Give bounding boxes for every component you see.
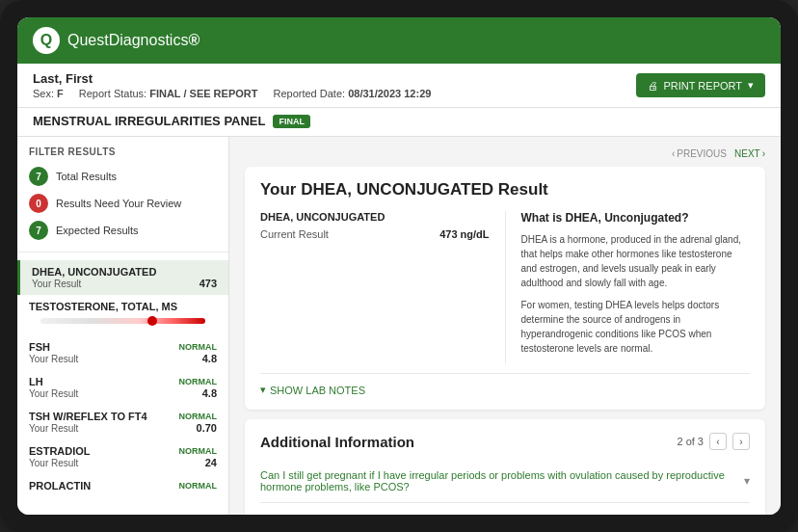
filter-total[interactable]: 7 Total Results [17, 163, 228, 190]
app-header: Q QuestDiagnostics® [17, 17, 781, 64]
lh-sub: Your Result 4.8 [29, 387, 217, 399]
patient-sex: Sex: F [33, 88, 64, 99]
current-result-value: 473 ng/dL [439, 228, 489, 240]
print-report-button[interactable]: 🖨 PRINT REPORT ▾ [636, 73, 766, 97]
expected-badge: 7 [29, 221, 48, 240]
filter-review[interactable]: 0 Results Need Your Review [17, 190, 228, 217]
testo-range-bar [40, 318, 205, 324]
dhea-sub: Your Result 473 [32, 278, 217, 289]
screen: Q QuestDiagnostics® Last, First Sex: F R… [17, 17, 781, 515]
filter-review-label: Results Need Your Review [56, 198, 181, 209]
page-next-button[interactable]: › [732, 433, 750, 450]
review-badge: 0 [29, 194, 48, 213]
estradiol-header: ESTRADIOL NORMAL [29, 445, 217, 457]
main-content: FILTER RESULTS 7 Total Results 0 Results… [17, 137, 781, 515]
result-title: Your DHEA, UNCONJUGATED Result [260, 180, 750, 200]
faq-item-2[interactable]: What is PCOS and can it be cured? ▾ [260, 503, 750, 515]
faq-chevron-2-icon: ▾ [744, 513, 750, 515]
lh-header: LH NORMAL [29, 376, 217, 387]
sidebar-item-fsh[interactable]: FSH NORMAL Your Result 4.8 [17, 335, 228, 370]
nav-row: ‹ PREVIOUS NEXT › [245, 148, 765, 159]
panel-title-bar: MENSTRUAL IRREGULARITIES PANEL FINAL [17, 108, 781, 137]
chevron-down-icon: ▾ [260, 384, 266, 396]
panel-title: MENSTRUAL IRREGULARITIES PANEL [33, 114, 265, 128]
sidebar-item-tsh[interactable]: TSH W/REFLEX TO FT4 NORMAL Your Result 0… [17, 405, 228, 439]
current-result-label: Current Result [260, 228, 329, 240]
chevron-left-icon: ‹ [672, 148, 675, 159]
estradiol-sub: Your Result 24 [29, 457, 217, 468]
prolactin-header: PROLACTIN NORMAL [29, 480, 217, 492]
sidebar-item-dhea[interactable]: DHEA, UNCONJUGATED Your Result 473 [17, 260, 228, 295]
testo-name: TESTOSTERONE, TOTAL, MS [29, 301, 217, 312]
filter-expected[interactable]: 7 Expected Results [17, 217, 228, 244]
result-test-name: DHEA, UNCONJUGATED [260, 211, 490, 223]
sidebar-item-lh[interactable]: LH NORMAL Your Result 4.8 [17, 370, 228, 405]
fsh-sub: Your Result 4.8 [29, 353, 217, 364]
printer-icon: 🖨 [648, 80, 658, 92]
right-panel: ‹ PREVIOUS NEXT › Your DHEA, UNCONJUGATE… [229, 137, 781, 515]
logo-circle: Q [33, 27, 60, 54]
logo-area: Q QuestDiagnostics® [33, 27, 200, 54]
result-data-row: Current Result 473 ng/dL [260, 228, 490, 240]
sidebar-item-estradiol[interactable]: ESTRADIOL NORMAL Your Result 24 [17, 439, 228, 474]
pagination: 2 of 3 ‹ › [677, 433, 750, 450]
what-is-text-2: For women, testing DHEA levels helps doc… [521, 298, 751, 356]
faq-question-1: Can I still get pregnant if I have irreg… [260, 469, 744, 492]
report-status: Report Status: FINAL / SEE REPORT [79, 88, 258, 99]
filter-expected-label: Expected Results [56, 225, 139, 236]
additional-header: Additional Information 2 of 3 ‹ › [260, 433, 750, 450]
chevron-down-icon: ▾ [748, 79, 754, 92]
fsh-header: FSH NORMAL [29, 341, 217, 353]
total-badge: 7 [29, 167, 48, 186]
reported-date: Reported Date: 08/31/2023 12:29 [273, 88, 431, 99]
filter-total-label: Total Results [56, 171, 117, 182]
final-badge: FINAL [273, 115, 310, 128]
result-row: DHEA, UNCONJUGATED Current Result 473 ng… [260, 211, 750, 363]
logo-q-icon: Q [40, 32, 52, 49]
page-prev-button[interactable]: ‹ [709, 433, 727, 450]
next-button[interactable]: NEXT › [734, 148, 765, 159]
sidebar: FILTER RESULTS 7 Total Results 0 Results… [17, 137, 229, 515]
patient-name: Last, First [33, 71, 431, 86]
tsh-sub: Your Result 0.70 [29, 422, 217, 434]
divider-1 [17, 252, 228, 253]
faq-item-1[interactable]: Can I still get pregnant if I have irreg… [260, 460, 750, 503]
faq-chevron-1-icon: ▾ [744, 474, 750, 488]
result-left: DHEA, UNCONJUGATED Current Result 473 ng… [260, 211, 490, 363]
chevron-right-icon: › [762, 148, 765, 159]
dhea-name: DHEA, UNCONJUGATED [32, 266, 217, 278]
sidebar-item-testosterone[interactable]: TESTOSTERONE, TOTAL, MS [17, 295, 228, 335]
logo-text: QuestDiagnostics® [67, 32, 200, 49]
show-lab-notes-button[interactable]: ▾ SHOW LAB NOTES [260, 373, 750, 396]
additional-card: Additional Information 2 of 3 ‹ › Can I … [245, 419, 765, 515]
what-is-title: What is DHEA, Unconjugated? [521, 211, 751, 225]
patient-info: Last, First Sex: F Report Status: FINAL … [33, 71, 431, 99]
sidebar-item-prolactin[interactable]: PROLACTIN NORMAL [17, 474, 228, 497]
device-frame: Q QuestDiagnostics® Last, First Sex: F R… [0, 0, 798, 532]
result-card: Your DHEA, UNCONJUGATED Result DHEA, UNC… [245, 167, 765, 410]
patient-bar: Last, First Sex: F Report Status: FINAL … [17, 64, 781, 108]
testo-indicator [147, 316, 157, 326]
what-is-text-1: DHEA is a hormone, produced in the adren… [521, 232, 751, 290]
tsh-header: TSH W/REFLEX TO FT4 NORMAL [29, 411, 217, 422]
patient-meta: Sex: F Report Status: FINAL / SEE REPORT… [33, 88, 431, 99]
additional-title: Additional Information [260, 434, 414, 450]
testo-bar-container [29, 312, 217, 330]
faq-question-2: What is PCOS and can it be cured? [260, 514, 744, 515]
result-right: What is DHEA, Unconjugated? DHEA is a ho… [505, 211, 751, 363]
prev-button[interactable]: ‹ PREVIOUS [672, 148, 727, 159]
filter-title: FILTER RESULTS [17, 137, 228, 163]
